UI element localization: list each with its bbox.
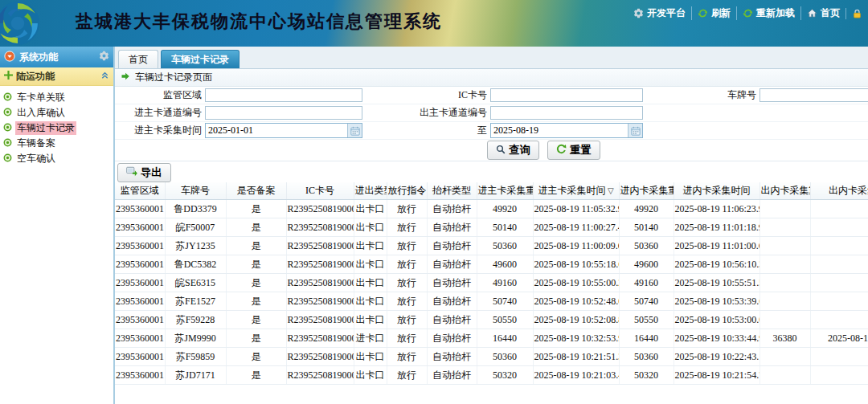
table-cell: 2395360001: [115, 311, 165, 329]
sort-desc-indicator: ▽: [605, 186, 613, 195]
form-row-2: 进主卡通道编号 出主卡通道编号: [115, 104, 868, 122]
sidebar-item-label: 车辆过卡记录: [15, 121, 76, 135]
column-header-IC卡号[interactable]: IC卡号: [286, 182, 354, 200]
column-header-进出类型[interactable]: 进出类型: [354, 182, 387, 200]
table-cell: 自动抬杆: [427, 237, 477, 255]
refresh-icon: [698, 8, 708, 18]
entry-channel-input[interactable]: [205, 106, 362, 120]
table-row[interactable]: 2395360001苏JD7171是R239525081900015出卡口放行自…: [115, 366, 868, 385]
sidebar-gear-icon[interactable]: [99, 51, 109, 63]
table-cell: [760, 366, 810, 385]
sidebar-group-header[interactable]: 陆运功能: [0, 67, 113, 86]
table-cell: 是: [226, 200, 286, 218]
table-cell: [810, 311, 868, 329]
table-cell: 2395360001: [115, 200, 165, 218]
reset-button-label: 重置: [570, 143, 592, 157]
column-header-车牌号[interactable]: 车牌号: [165, 182, 226, 200]
table-cell: R239525081900021: [286, 255, 354, 274]
table-row[interactable]: 2395360001皖SE6315是R239525081900023出卡口放行自…: [115, 274, 868, 292]
column-header-是否备案[interactable]: 是否备案: [226, 182, 286, 200]
table-cell: 是: [226, 274, 286, 292]
table-cell: 自动抬杆: [427, 348, 477, 366]
gear-icon: [633, 8, 644, 18]
table-cell: [810, 366, 868, 385]
table-cell: 放行: [387, 255, 427, 274]
calendar-icon[interactable]: [347, 124, 362, 137]
table-cell: 2025-08-19 10:52:48.080: [533, 292, 619, 311]
table-cell: 2025-08-19 11:01:00.637: [674, 237, 760, 255]
sidebar-item-空车确认[interactable]: 空车确认: [0, 151, 113, 166]
column-header-放行指令[interactable]: 放行指令: [387, 182, 427, 200]
column-header-进内卡采集时间[interactable]: 进内卡采集时间: [674, 182, 760, 200]
top-link-lock[interactable]: [845, 8, 868, 19]
table-row[interactable]: 2395360001苏F59859是R239525081900019出卡口放行自…: [115, 348, 868, 366]
table-cell: [810, 274, 868, 292]
table-cell: 2025-08-19 11:01:18.967: [674, 218, 760, 237]
table-row[interactable]: 2395360001鲁DD3379是R239525081900024出卡口放行自…: [115, 200, 868, 218]
reset-button[interactable]: 重置: [547, 141, 600, 160]
collect-time-to-label: 至: [366, 124, 490, 137]
table-cell: 49600: [477, 255, 533, 274]
table-cell: R239525081900032: [286, 311, 354, 329]
ic-card-input[interactable]: [490, 88, 643, 102]
column-header-进内卡采集重量[interactable]: 进内卡采集重量: [619, 182, 674, 200]
search-button[interactable]: 查询: [487, 141, 539, 160]
tab-车辆过卡记录[interactable]: 车辆过卡记录: [161, 50, 240, 68]
table-row[interactable]: 2395360001苏JM9990是R239525081900029进卡口放行自…: [115, 329, 868, 348]
export-button[interactable]: 导出: [117, 163, 171, 182]
table-row[interactable]: 2395360001鲁DC5382是R239525081900021出卡口放行自…: [115, 255, 868, 274]
column-header-抬杆类型[interactable]: 抬杆类型: [427, 182, 477, 200]
exit-channel-input[interactable]: [490, 106, 643, 120]
table-cell: 50740: [477, 292, 533, 311]
collapse-chevrons-icon[interactable]: [100, 71, 109, 82]
top-link-开发平台[interactable]: 开发平台: [628, 6, 691, 20]
plate-number-input[interactable]: [760, 88, 868, 102]
table-cell: 2395360001: [115, 329, 165, 348]
collect-time-from-input[interactable]: [206, 124, 347, 137]
table-row[interactable]: 2395360001皖F50007是R239525081900022出卡口放行自…: [115, 218, 868, 237]
sidebar-item-车辆备案[interactable]: 车辆备案: [0, 136, 113, 151]
table-cell: [760, 274, 810, 292]
sidebar-item-车辆过卡记录[interactable]: 车辆过卡记录: [0, 120, 113, 136]
sidebar: 系统功能 陆运功能 车卡单关联出入库确认车辆过卡记录车辆备案空车确认: [0, 47, 115, 404]
sidebar-item-车卡单关联[interactable]: 车卡单关联: [0, 90, 113, 105]
reload-icon: [743, 8, 753, 18]
column-header-进主卡采集重量[interactable]: 进主卡采集重量: [477, 182, 533, 200]
table-cell: 2025-08-19 10:33:44.953: [674, 329, 760, 348]
column-header-进主卡采集时间[interactable]: 进主卡采集时间 ▽: [533, 182, 619, 200]
supervise-area-input[interactable]: [205, 88, 362, 102]
table-cell: 50360: [619, 348, 674, 366]
table-row[interactable]: 2395360001苏F59228是R239525081900032出卡口放行自…: [115, 311, 868, 329]
table-cell: R239525081900019: [286, 348, 354, 366]
top-link-首页[interactable]: 首页: [800, 6, 845, 20]
sidebar-panel-header[interactable]: 系统功能: [0, 47, 113, 67]
calendar-icon[interactable]: [628, 124, 642, 137]
form-row-3: 进主卡采集时间 至: [115, 122, 868, 140]
table-cell: 放行: [387, 311, 427, 329]
top-link-重新加载[interactable]: 重新加载: [736, 6, 800, 20]
table-row[interactable]: 2395360001苏JY1235是R239525081900020出卡口放行自…: [115, 237, 868, 255]
table-cell: 鲁DD3379: [165, 200, 226, 218]
tab-首页[interactable]: 首页: [118, 50, 158, 68]
table-cell: 是: [226, 292, 286, 311]
table-cell: 2025-08-19 11:02: [810, 329, 868, 348]
column-header-出内卡采集时间[interactable]: 出内卡采集时间: [810, 182, 868, 200]
table-cell: [810, 348, 868, 366]
top-link-刷新[interactable]: 刷新: [691, 6, 736, 20]
table-cell: 50320: [619, 366, 674, 385]
menu-bullet-icon: [3, 138, 12, 149]
export-icon: [126, 166, 137, 179]
column-header-出内卡采集重量[interactable]: 出内卡采集重量: [760, 182, 810, 200]
column-header-监管区域[interactable]: 监管区域: [115, 182, 165, 200]
table-cell: 自动抬杆: [427, 311, 477, 329]
table-cell: 自动抬杆: [427, 366, 477, 385]
collapse-round-icon[interactable]: [4, 51, 15, 64]
collect-time-to-input[interactable]: [491, 124, 628, 137]
table-cell: [760, 311, 810, 329]
sidebar-item-出入库确认[interactable]: 出入库确认: [0, 105, 113, 120]
table-cell: 49920: [477, 200, 533, 218]
collect-time-from-field: [205, 123, 362, 138]
table-row[interactable]: 2395360001苏FE1527是R239525081900033出卡口放行自…: [115, 292, 868, 311]
breadcrumb: 车辆过卡记录页面: [115, 69, 868, 87]
grid-toolbar: 导出: [115, 161, 868, 182]
